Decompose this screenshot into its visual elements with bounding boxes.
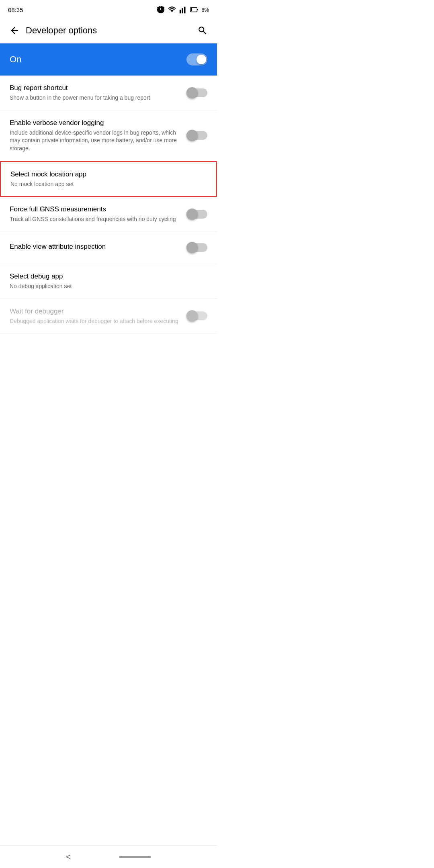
settings-item-subtitle-bug-report-shortcut: Show a button in the power menu for taki…	[10, 94, 180, 102]
back-button[interactable]	[6, 23, 23, 39]
toggle-thumb-force-gnss	[186, 209, 198, 220]
toggle-wait-for-debugger	[186, 310, 207, 322]
developer-on-banner[interactable]: On	[0, 43, 217, 76]
settings-item-text-select-debug-app: Select debug appNo debug application set	[10, 272, 207, 291]
settings-item-subtitle-wait-for-debugger: Debugged application waits for debugger …	[10, 317, 180, 326]
settings-item-title-view-attribute-inspection: Enable view attribute inspection	[10, 242, 180, 251]
wifi-icon	[168, 5, 176, 14]
alarm-icon	[156, 5, 165, 14]
settings-item-title-verbose-vendor-logging: Enable verbose vendor logging	[10, 119, 180, 127]
settings-item-subtitle-force-gnss: Track all GNSS constellations and freque…	[10, 215, 180, 223]
settings-item-text-select-mock-location: Select mock location appNo mock location…	[10, 170, 207, 188]
settings-item-subtitle-select-debug-app: No debug application set	[10, 283, 201, 291]
settings-item-text-wait-for-debugger: Wait for debuggerDebugged application wa…	[10, 307, 186, 326]
status-time: 08:35	[8, 6, 23, 13]
toggle-bug-report-shortcut[interactable]	[186, 87, 207, 99]
toggle-thumb-verbose-vendor-logging	[186, 130, 198, 141]
settings-item-force-gnss[interactable]: Force full GNSS measurementsTrack all GN…	[0, 197, 217, 232]
toggle-thumb-bug-report-shortcut	[186, 87, 198, 98]
toggle-view-attribute-inspection[interactable]	[186, 242, 207, 254]
search-button[interactable]	[194, 23, 211, 39]
back-arrow-icon	[9, 25, 20, 36]
settings-item-wait-for-debugger[interactable]: Wait for debuggerDebugged application wa…	[0, 299, 217, 334]
settings-item-text-verbose-vendor-logging: Enable verbose vendor loggingInclude add…	[10, 119, 186, 153]
settings-item-verbose-vendor-logging[interactable]: Enable verbose vendor loggingInclude add…	[0, 111, 217, 161]
dev-on-toggle[interactable]	[186, 53, 207, 66]
svg-rect-2	[191, 8, 192, 11]
settings-item-title-force-gnss: Force full GNSS measurements	[10, 205, 180, 214]
settings-item-title-bug-report-shortcut: Bug report shortcut	[10, 84, 180, 92]
battery-icon	[190, 5, 199, 14]
battery-percentage: 6%	[201, 7, 209, 13]
settings-item-bug-report-shortcut[interactable]: Bug report shortcutShow a button in the …	[0, 76, 217, 111]
status-bar: 08:35 6%	[0, 0, 217, 18]
toggle-force-gnss[interactable]	[186, 208, 207, 220]
page-title: Developer options	[26, 25, 194, 36]
settings-item-view-attribute-inspection[interactable]: Enable view attribute inspection	[0, 232, 217, 264]
toggle-verbose-vendor-logging[interactable]	[186, 129, 207, 141]
settings-item-select-debug-app[interactable]: Select debug appNo debug application set	[0, 264, 217, 299]
settings-item-title-select-mock-location: Select mock location app	[10, 170, 200, 179]
settings-list: Bug report shortcutShow a button in the …	[0, 76, 217, 334]
settings-item-title-wait-for-debugger: Wait for debugger	[10, 307, 180, 316]
toggle-thumb	[197, 55, 206, 64]
svg-rect-1	[197, 9, 199, 10]
settings-item-select-mock-location[interactable]: Select mock location appNo mock location…	[0, 161, 217, 197]
dev-on-label: On	[10, 54, 21, 65]
settings-item-text-bug-report-shortcut: Bug report shortcutShow a button in the …	[10, 84, 186, 102]
settings-item-text-force-gnss: Force full GNSS measurementsTrack all GN…	[10, 205, 186, 223]
settings-item-subtitle-verbose-vendor-logging: Include additional device-specific vendo…	[10, 129, 180, 153]
search-icon	[197, 25, 208, 36]
settings-item-text-view-attribute-inspection: Enable view attribute inspection	[10, 242, 186, 253]
app-bar: Developer options	[0, 18, 217, 43]
status-icons: 6%	[156, 5, 209, 14]
settings-item-subtitle-select-mock-location: No mock location app set	[10, 180, 200, 188]
settings-item-title-select-debug-app: Select debug app	[10, 272, 201, 281]
signal-icon	[179, 5, 188, 14]
